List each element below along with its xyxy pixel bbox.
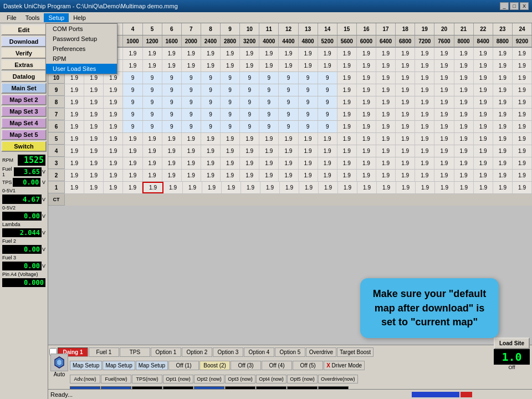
cell-1-13[interactable]: 1.9 — [299, 182, 319, 193]
cell-7-15[interactable]: 1.9 — [337, 109, 357, 120]
cell-9-24[interactable]: 1.9 — [513, 84, 532, 96]
cell-3-14[interactable]: 1.9 — [318, 157, 337, 169]
cell-6-7[interactable]: 9 — [182, 121, 201, 132]
cell-6-17[interactable]: 1.9 — [376, 121, 396, 132]
load-site-button[interactable]: Load Site — [494, 337, 530, 349]
dropdown-preferences[interactable]: Preferences — [46, 44, 117, 54]
cell-12-19[interactable]: 1.9 — [415, 48, 434, 59]
cell-9-2[interactable]: 1.9 — [84, 84, 104, 96]
cell-1-17[interactable]: 1.9 — [377, 182, 396, 193]
cell-3-6[interactable]: 1.9 — [162, 157, 182, 169]
cell-5-18[interactable]: 1.9 — [396, 133, 415, 145]
cell-8-4[interactable]: 9 — [123, 96, 142, 108]
cell-12-11[interactable]: 1.9 — [259, 48, 279, 59]
cell-8-8[interactable]: 9 — [201, 96, 221, 108]
cell-9-3[interactable]: 1.9 — [104, 84, 123, 96]
cell-7-5[interactable]: 9 — [143, 109, 162, 120]
channel-option3[interactable]: Option 3 — [213, 347, 243, 357]
cell-6-3[interactable]: 1.9 — [104, 121, 123, 132]
cell-2-22[interactable]: 1.9 — [474, 170, 493, 181]
cell-9-23[interactable]: 1.9 — [493, 84, 513, 96]
cell-5-3[interactable]: 1.9 — [104, 133, 123, 145]
channel-option1[interactable]: Option 1 — [151, 347, 181, 357]
cell-5-13[interactable]: 1.9 — [299, 133, 318, 145]
cell-8-14[interactable]: 9 — [318, 96, 337, 108]
cell-6-20[interactable]: 1.9 — [434, 121, 454, 132]
cell-11-6[interactable]: 1.9 — [162, 60, 182, 71]
cell-1-16[interactable]: 1.9 — [357, 182, 377, 193]
cell-2-24[interactable]: 1.9 — [513, 170, 532, 181]
cell-7-24[interactable]: 1.9 — [513, 109, 532, 120]
cell-7-11[interactable]: 9 — [259, 109, 279, 120]
minimize-button[interactable]: _ — [500, 2, 509, 10]
setup-opt3[interactable]: Off (3) — [231, 361, 261, 370]
cell-4-9[interactable]: 1.9 — [221, 145, 240, 157]
cell-8-5[interactable]: 9 — [143, 96, 162, 108]
cell-5-12[interactable]: 1.9 — [279, 133, 298, 145]
map-set-2-button[interactable]: Map Set 2 — [1, 94, 47, 105]
cell-12-9[interactable]: 1.9 — [221, 48, 240, 59]
cell-5-21[interactable]: 1.9 — [454, 133, 474, 145]
cell-9-9[interactable]: 9 — [221, 84, 240, 96]
cell-10-6[interactable]: 9 — [162, 72, 182, 84]
cell-9-22[interactable]: 1.9 — [474, 84, 493, 96]
cell-1-8[interactable]: 1.9 — [202, 182, 222, 193]
cell-1-20[interactable]: 1.9 — [435, 182, 454, 193]
cell-4-13[interactable]: 1.9 — [299, 145, 318, 157]
main-set-button[interactable]: Main Set — [1, 83, 47, 94]
cell-5-19[interactable]: 1.9 — [415, 133, 434, 145]
cell-2-18[interactable]: 1.9 — [396, 170, 415, 181]
cell-3-9[interactable]: 1.9 — [221, 157, 240, 169]
cell-10-5[interactable]: 9 — [143, 72, 162, 84]
close-button[interactable]: X — [520, 2, 529, 10]
cell-8-17[interactable]: 1.9 — [376, 96, 396, 108]
cell-4-1[interactable]: 1.9 — [65, 145, 84, 157]
cell-7-20[interactable]: 1.9 — [434, 109, 454, 120]
cell-10-24[interactable]: 1.9 — [513, 72, 532, 84]
cell-4-22[interactable]: 1.9 — [474, 145, 493, 157]
menu-file[interactable]: File — [2, 13, 21, 22]
cell-10-21[interactable]: 1.9 — [454, 72, 474, 84]
cell-7-3[interactable]: 1.9 — [104, 109, 123, 120]
cell-8-20[interactable]: 1.9 — [434, 96, 454, 108]
cell-8-18[interactable]: 1.9 — [396, 96, 415, 108]
cell-10-8[interactable]: 9 — [201, 72, 221, 84]
setup-tps-map[interactable]: Map Setup — [136, 361, 168, 370]
download-button[interactable]: Download — [1, 36, 47, 47]
cell-12-5[interactable]: 1.9 — [143, 48, 162, 59]
cell-12-4[interactable]: 1.9 — [123, 48, 142, 59]
cell-9-1[interactable]: 1.9 — [65, 84, 84, 96]
cell-7-6[interactable]: 9 — [162, 109, 182, 120]
cell-3-20[interactable]: 1.9 — [434, 157, 454, 169]
cell-3-11[interactable]: 1.9 — [259, 157, 279, 169]
cell-9-7[interactable]: 9 — [182, 84, 201, 96]
cell-3-17[interactable]: 1.9 — [376, 157, 396, 169]
cell-10-15[interactable]: 1.9 — [337, 72, 357, 84]
cell-12-6[interactable]: 1.9 — [162, 48, 182, 59]
cell-11-13[interactable]: 1.9 — [299, 60, 318, 71]
cell-6-4[interactable]: 9 — [123, 121, 142, 132]
cell-2-23[interactable]: 1.9 — [493, 170, 513, 181]
cell-10-19[interactable]: 1.9 — [415, 72, 434, 84]
cell-11-17[interactable]: 1.9 — [376, 60, 396, 71]
maximize-button[interactable]: □ — [510, 2, 519, 10]
cell-5-5[interactable]: 1.9 — [143, 133, 162, 145]
cell-8-11[interactable]: 9 — [259, 96, 279, 108]
cell-12-13[interactable]: 1.9 — [299, 48, 318, 59]
cell-11-18[interactable]: 1.9 — [396, 60, 415, 71]
cell-11-16[interactable]: 1.9 — [357, 60, 376, 71]
menu-setup[interactable]: Setup — [44, 13, 69, 22]
cell-11-19[interactable]: 1.9 — [415, 60, 434, 71]
cell-12-14[interactable]: 1.9 — [318, 48, 337, 59]
cell-8-10[interactable]: 9 — [240, 96, 259, 108]
cell-11-11[interactable]: 1.9 — [259, 60, 279, 71]
cell-5-2[interactable]: 1.9 — [84, 133, 104, 145]
cell-3-2[interactable]: 1.9 — [84, 157, 104, 169]
cell-6-8[interactable]: 9 — [201, 121, 221, 132]
cell-10-17[interactable]: 1.9 — [376, 72, 396, 84]
cell-4-2[interactable]: 1.9 — [84, 145, 104, 157]
cell-12-10[interactable]: 1.9 — [240, 48, 259, 59]
cell-6-21[interactable]: 1.9 — [454, 121, 474, 132]
cell-11-20[interactable]: 1.9 — [434, 60, 454, 71]
cell-9-8[interactable]: 9 — [201, 84, 221, 96]
